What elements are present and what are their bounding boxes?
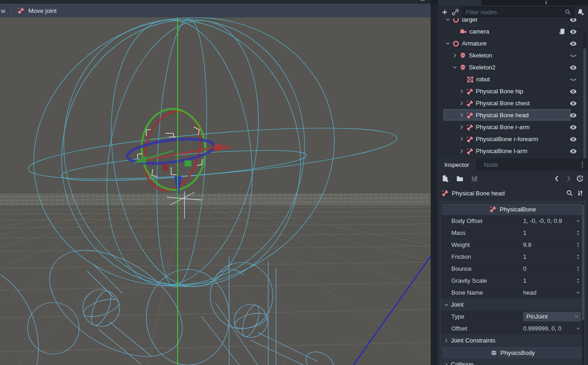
joint-type-dropdown[interactable]: PinJoint	[523, 312, 581, 321]
property-value[interactable]: 0	[523, 265, 575, 272]
property-value[interactable]: 9.8	[523, 241, 575, 248]
dock-separator[interactable]	[431, 4, 437, 365]
filter-nodes-field[interactable]	[461, 7, 574, 17]
group-joint[interactable]: Joint	[440, 299, 585, 311]
property-value[interactable]: 1	[523, 229, 575, 236]
filter-nodes-input[interactable]	[465, 8, 565, 16]
filter-properties-icon[interactable]	[566, 189, 573, 197]
chevron-right-icon[interactable]	[458, 124, 465, 131]
property-value[interactable]: head	[523, 289, 575, 296]
tree-row-camera[interactable]: camera	[437, 26, 588, 38]
scene-dock-tab-partial[interactable]	[438, 0, 481, 6]
tree-row-bone-chest[interactable]: Physical Bone chest	[437, 97, 588, 109]
scene-tree: target camera Armature	[437, 18, 588, 158]
tree-row-armature[interactable]: Armature	[437, 38, 588, 50]
mesh-node-icon	[467, 76, 474, 83]
visibility-eye-icon[interactable]	[570, 100, 577, 107]
tree-row-skeleton2[interactable]: Skeleton2	[437, 62, 588, 74]
chevron-right-icon[interactable]	[458, 148, 465, 154]
viewport-menu-partial[interactable]: w	[1, 7, 5, 14]
attach-script-button[interactable]	[576, 8, 585, 16]
tree-row-bone-head-selected[interactable]: Physical Bone head	[437, 109, 588, 121]
inspector-scrollbar[interactable]	[582, 203, 584, 365]
visibility-eye-icon[interactable]	[570, 88, 577, 95]
load-resource-icon[interactable]	[456, 175, 464, 182]
search-icon	[565, 9, 571, 15]
chevron-right-icon[interactable]	[458, 136, 465, 143]
category-physicsbody[interactable]: PhysicsBody	[442, 347, 583, 359]
bone-icon	[466, 100, 473, 107]
dock-menu-icon[interactable]	[579, 161, 586, 168]
visibility-eye-icon[interactable]	[570, 124, 577, 131]
property-row-bounce[interactable]: Bounce 0	[440, 263, 585, 275]
inspector-properties: PhysicalBone Body Offset 1, -0, -0, 0, 0…	[440, 201, 585, 365]
chevron-right-icon[interactable]	[451, 52, 458, 59]
tree-row-target[interactable]: target	[437, 18, 588, 26]
group-collision[interactable]: Collision	[440, 359, 585, 365]
visibility-eye-icon[interactable]	[570, 64, 577, 71]
visibility-eye-icon[interactable]	[570, 148, 577, 155]
visibility-eye-icon[interactable]	[570, 18, 577, 23]
category-physicalbone[interactable]: PhysicalBone	[442, 203, 583, 215]
property-row-bone-name[interactable]: Bone Name head	[440, 287, 585, 299]
property-row-body-offset[interactable]: Body Offset 1, -0, -0, 0, 0.9	[440, 215, 585, 227]
visibility-eye-icon[interactable]	[570, 112, 577, 119]
new-resource-icon[interactable]	[441, 175, 449, 182]
tree-row-robot[interactable]: robot	[437, 74, 588, 86]
tree-row-bone-hip[interactable]: Physical Bone hip	[437, 86, 588, 97]
node-name: Skeleton	[469, 52, 492, 59]
property-label: Bone Name	[451, 289, 523, 296]
stepper-icon[interactable]	[575, 278, 581, 284]
chevron-down-icon[interactable]	[575, 325, 581, 331]
stepper-icon[interactable]	[575, 266, 581, 272]
visibility-hidden-icon[interactable]	[570, 76, 577, 83]
history-forward-icon[interactable]	[565, 175, 572, 182]
property-row-joint-type[interactable]: Type PinJoint	[440, 311, 585, 323]
property-row-gravity-scale[interactable]: Gravity Scale 1	[440, 275, 585, 287]
chevron-down-icon[interactable]	[451, 64, 458, 71]
instance-scene-button[interactable]	[451, 8, 459, 16]
property-row-weight[interactable]: Weight 9.8	[440, 239, 585, 251]
save-resource-icon[interactable]	[471, 175, 478, 182]
close-icon[interactable]: ✕	[420, 0, 425, 3]
visibility-hidden-icon[interactable]	[570, 52, 577, 59]
chevron-down-icon[interactable]	[575, 290, 581, 296]
chevron-down-icon[interactable]	[444, 18, 451, 23]
property-row-joint-offset[interactable]: Offset 0.999999, 0, 0	[440, 323, 585, 335]
property-value[interactable]: 1	[523, 253, 575, 260]
tree-row-bone-l-arm[interactable]: PhysicalBone l-arm	[437, 145, 588, 157]
group-joint-constraints[interactable]: Joint Constraints	[440, 335, 585, 347]
stepper-icon[interactable]	[575, 254, 581, 260]
object-history-icon[interactable]	[576, 175, 584, 182]
script-icon[interactable]	[559, 28, 565, 35]
chevron-down-icon[interactable]	[575, 218, 581, 224]
stepper-icon[interactable]	[575, 230, 581, 236]
chevron-down-icon[interactable]	[444, 40, 451, 47]
stepper-icon[interactable]	[575, 242, 581, 248]
godot-editor-window: ✕ w Move joint	[0, 0, 588, 365]
property-row-mass[interactable]: Mass 1	[440, 227, 585, 239]
property-value[interactable]: 1	[523, 277, 575, 284]
visibility-eye-icon[interactable]	[570, 136, 577, 143]
top-strip	[0, 0, 431, 4]
property-row-friction[interactable]: Friction 1	[440, 251, 585, 263]
dropdown-value: PinJoint	[526, 313, 573, 320]
visibility-eye-icon[interactable]	[570, 40, 577, 47]
scene-tree-scrollbar[interactable]	[583, 32, 586, 158]
tree-row-skeleton[interactable]: Skeleton	[437, 50, 588, 62]
property-tools-icon[interactable]	[576, 189, 584, 197]
tab-node[interactable]: Node	[476, 158, 505, 171]
tree-row-bone-r-forearm[interactable]: PhysicalBone r-forearm	[437, 133, 588, 145]
add-node-button[interactable]	[440, 8, 449, 16]
viewport-3d[interactable]	[0, 17, 431, 365]
chevron-right-icon[interactable]	[458, 100, 465, 107]
visibility-eye-icon[interactable]	[570, 28, 577, 35]
history-back-icon[interactable]	[553, 175, 561, 182]
tree-row-bone-r-arm[interactable]: Physical Bone r-arm	[437, 121, 588, 133]
chevron-right-icon[interactable]	[458, 112, 465, 119]
property-value[interactable]: 0.999999, 0, 0	[523, 325, 575, 332]
tab-inspector[interactable]: Inspector	[437, 158, 476, 171]
chevron-right-icon	[443, 361, 450, 365]
property-value[interactable]: 1, -0, -0, 0, 0.9	[523, 217, 575, 224]
chevron-right-icon[interactable]	[458, 88, 465, 95]
